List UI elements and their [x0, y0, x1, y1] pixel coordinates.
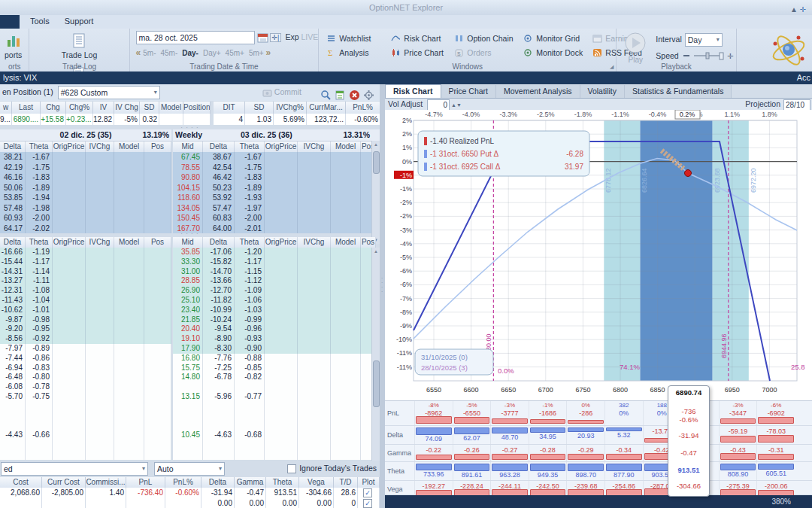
projection-input[interactable]: 28/10 [783, 99, 810, 111]
scroll-up-icon[interactable]: ▲ [372, 141, 380, 148]
option-chain-row[interactable]: 15.75-7.25-0.85 [173, 364, 380, 373]
summary-col-header[interactable]: IV [93, 102, 114, 114]
summary-col-header[interactable]: Chg% [66, 102, 93, 114]
chain-col-header[interactable]: IVChg [298, 237, 331, 248]
option-chain-row[interactable]: 60.93-2.00 [0, 213, 171, 224]
option-chain-row[interactable]: 10.45-4.63-0.68 [173, 430, 380, 440]
option-chain-row[interactable]: 67.4538.67-1.67 [173, 152, 380, 163]
window-toggle-monitor-dock[interactable]: Monitor Dock [520, 45, 589, 59]
chain-col-header[interactable]: Delta [0, 237, 26, 248]
expiry-jump-icon[interactable]: ✛| [270, 33, 282, 42]
option-chain-row[interactable] [173, 421, 380, 430]
play-button[interactable]: Play [624, 32, 647, 64]
summary-col-header[interactable]: Position [183, 102, 211, 114]
tab-statistics-fundamentals[interactable]: Statistics & Fundamentals [625, 85, 732, 98]
totals-col-header[interactable]: Commissi... [86, 477, 126, 488]
current-position-dot[interactable] [685, 170, 692, 177]
ignore-trades-checkbox[interactable] [287, 464, 296, 473]
summary-col-header[interactable]: w [0, 102, 12, 114]
totals-col-header[interactable]: T/D [334, 477, 358, 488]
nav-5mminus[interactable]: 5m- [141, 49, 158, 57]
chain-col-header[interactable]: Theta [235, 141, 265, 152]
puts-scrollbar[interactable]: ▲▼ [371, 248, 380, 470]
option-chain-row[interactable]: 104.1550.23-1.89 [173, 183, 380, 193]
scroll-up-icon[interactable]: ▲ [372, 248, 380, 255]
scroll-thumb[interactable] [373, 360, 380, 407]
chain-col-header[interactable]: Model [331, 141, 361, 152]
chain-col-header[interactable]: Theta [26, 141, 53, 152]
option-chain-row[interactable] [173, 440, 380, 450]
tab-volatility[interactable]: Volatility [580, 85, 626, 98]
option-chain-row[interactable]: -7.97-0.89 [0, 344, 171, 354]
totals-col-header[interactable]: Vega [299, 477, 334, 488]
step-forward-icon[interactable]: » [266, 47, 271, 58]
option-chain-row[interactable]: -15.44-1.17 [0, 257, 171, 267]
option-chain-row[interactable]: -6.94-0.83 [0, 364, 171, 373]
trade-log-button[interactable]: Trade Log [57, 30, 102, 62]
nav-45mplus[interactable]: 45m+ [223, 49, 247, 57]
option-chain-row[interactable] [0, 440, 171, 450]
window-toggle-option-chain[interactable]: Option Chain [451, 31, 520, 45]
trading-date-input[interactable]: ma. 28 oct. 2025 [136, 31, 255, 44]
calls-scrollbar[interactable]: ▲▼ [371, 141, 380, 244]
option-chain-row[interactable]: -6.08-0.78 [0, 382, 171, 392]
chain-col-header[interactable]: Pos [361, 237, 376, 248]
option-chain-row[interactable]: -12.31-1.08 [0, 286, 171, 296]
summary-col-header[interactable]: IVChg% [274, 102, 307, 114]
option-chain-row[interactable]: 53.85-1.94 [0, 193, 171, 203]
vol-adjust-spinner[interactable]: ▲▼ [450, 102, 462, 108]
option-chain-row[interactable] [0, 402, 171, 412]
option-chain-row[interactable]: 90.8046.42-1.83 [173, 172, 380, 183]
option-chain-row[interactable]: 28.85-13.66-1.12 [173, 276, 380, 286]
risk-chart-svg[interactable]: 6778.126826.646923.686972.206630.006944.… [385, 110, 812, 400]
live-label[interactable]: LIVE [301, 32, 319, 41]
tab-movement-analysis[interactable]: Movement Analysis [496, 85, 580, 98]
option-chain-row[interactable]: -16.66-1.19 [0, 248, 171, 257]
export-icon[interactable] [335, 90, 347, 101]
option-chain-row[interactable]: 31.00-14.70-1.15 [173, 267, 380, 277]
plot-checkbox[interactable]: ✓ [363, 499, 372, 508]
plot-checkbox[interactable]: ✓ [363, 488, 372, 497]
chain-col-header[interactable]: Delta [0, 141, 26, 152]
chain-col-header[interactable]: Model [114, 141, 144, 152]
totals-col-header[interactable]: Cost [0, 477, 42, 488]
vol-adjust-input[interactable]: 0 [427, 99, 450, 111]
position-preset-select[interactable]: #628 Custom▾ [58, 86, 160, 99]
summary-col-header[interactable]: IV Chg [114, 102, 140, 114]
close-icon[interactable] [349, 90, 361, 101]
option-chain-row[interactable]: -10.62-1.01 [0, 306, 171, 315]
option-chain-row[interactable]: -9.87-0.98 [0, 315, 171, 325]
chain-col-header[interactable]: OrigPrice [265, 237, 298, 248]
chain-col-header[interactable]: Pos [144, 237, 171, 248]
chain-col-header[interactable]: IVChg [86, 141, 114, 152]
application-button[interactable] [0, 15, 20, 29]
summary-col-header[interactable]: SD [140, 102, 159, 114]
totals-col-header[interactable]: PnL% [165, 477, 201, 488]
window-toggle-analysis[interactable]: ΣAnalysis [323, 45, 388, 59]
option-chain-row[interactable] [0, 412, 171, 421]
option-chain-row[interactable]: -7.44-0.86 [0, 354, 171, 364]
totals-col-header[interactable]: Plot [358, 477, 380, 488]
option-chain-row[interactable]: 134.0557.47-1.97 [173, 203, 380, 214]
option-chain-row[interactable]: 46.16-1.83 [0, 172, 171, 183]
window-toggle-watchlist[interactable]: Watchlist [323, 31, 388, 45]
section-splitter[interactable]: · · · · [0, 232, 380, 236]
totals-col-header[interactable]: Theta [266, 477, 299, 488]
option-chain-row[interactable] [173, 412, 380, 421]
option-chain-row[interactable] [0, 450, 171, 460]
chain-col-header[interactable]: OrigPrice [265, 141, 298, 152]
gear-icon[interactable] [363, 90, 375, 101]
totals-col-header[interactable]: PnL [126, 477, 165, 488]
chain-col-header[interactable]: Delta [203, 141, 235, 152]
step-back-icon[interactable]: « [136, 47, 141, 58]
window-toggle-price-chart[interactable]: Price Chart [388, 45, 451, 59]
menu-tools[interactable]: Tools [23, 15, 57, 27]
speed-slider[interactable]: ✛ [683, 51, 736, 62]
scroll-thumb[interactable] [373, 151, 380, 174]
window-toggle-monitor-grid[interactable]: Monitor Grid [520, 31, 589, 45]
option-chain-row[interactable]: -4.43-0.66 [0, 430, 171, 440]
option-chain-row[interactable]: 78.5542.54-1.75 [173, 163, 380, 173]
dialog-launcher-icon[interactable]: ◢ [610, 64, 614, 70]
nav-Dayminus[interactable]: Day- [180, 49, 201, 57]
option-chain-row[interactable]: 150.4560.83-2.00 [173, 213, 380, 224]
